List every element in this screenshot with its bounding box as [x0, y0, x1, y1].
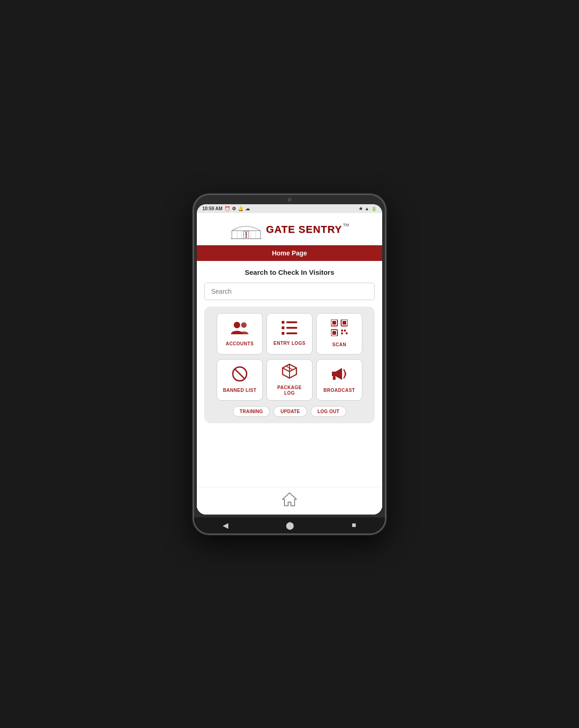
android-nav: ◀ ⬤ ■ [194, 517, 385, 533]
app-content: GATE SENTRY TM Home Page Search to Check… [197, 213, 382, 515]
broadcast-button[interactable]: BROADCAST [316, 359, 362, 401]
svg-rect-19 [286, 332, 297, 334]
svg-line-10 [246, 236, 247, 237]
main-content: Search to Check In Visitors [197, 261, 382, 487]
svg-rect-27 [344, 330, 346, 331]
home-nav-icon[interactable] [282, 492, 297, 510]
entry-logs-button[interactable]: ENTRY LOGS [266, 313, 313, 355]
alert-icon: 🔔 [238, 206, 243, 211]
menu-container: ACCOUNTS [204, 307, 375, 423]
home-button[interactable]: ⬤ [286, 521, 294, 530]
package-log-icon [282, 363, 297, 381]
logo-container: GATE SENTRY TM [230, 219, 349, 240]
svg-rect-16 [282, 326, 284, 329]
package-log-button[interactable]: PACKAGE LOG [266, 359, 313, 401]
scan-icon [331, 320, 348, 338]
search-container [204, 283, 375, 300]
bluetooth-icon: ★ [359, 206, 363, 211]
svg-rect-32 [332, 372, 336, 376]
banned-list-icon [232, 366, 248, 384]
search-input[interactable] [204, 283, 375, 300]
trademark-symbol: TM [343, 223, 349, 227]
wifi-icon: ▲ [365, 206, 369, 211]
bottom-nav [197, 487, 382, 515]
status-bar: 10:59 AM ⏰ ⚙ 🔔 ☁ ★ ▲ 🔋 [197, 204, 382, 213]
update-button[interactable]: UPDATE [273, 406, 307, 417]
package-log-label: PACKAGE LOG [278, 385, 302, 396]
svg-rect-25 [332, 331, 336, 335]
svg-rect-14 [282, 321, 284, 324]
entry-logs-label: ENTRY LOGS [273, 341, 305, 346]
svg-rect-33 [333, 376, 336, 380]
logo-text: GATE SENTRY TM [266, 224, 349, 236]
svg-rect-18 [282, 332, 284, 335]
training-button[interactable]: TRAINING [233, 406, 270, 417]
entry-logs-icon [282, 321, 297, 337]
accounts-icon [231, 320, 248, 337]
silent-button [193, 285, 194, 303]
device-frame: 10:59 AM ⏰ ⚙ 🔔 ☁ ★ ▲ 🔋 [193, 194, 386, 535]
status-right: ★ ▲ 🔋 [359, 206, 377, 211]
action-row: TRAINING UPDATE LOG OUT [209, 406, 370, 417]
svg-rect-26 [341, 330, 343, 331]
logout-button[interactable]: LOG OUT [311, 406, 347, 417]
app-header: GATE SENTRY TM [197, 213, 382, 245]
screen: 10:59 AM ⏰ ⚙ 🔔 ☁ ★ ▲ 🔋 [197, 204, 382, 515]
status-left: 10:59 AM ⏰ ⚙ 🔔 ☁ [202, 206, 250, 211]
svg-rect-21 [332, 321, 336, 325]
power-button [385, 250, 386, 273]
page-title: Home Page [272, 249, 307, 257]
page-banner: Home Page [197, 245, 382, 261]
banned-list-label: BANNED LIST [223, 388, 257, 393]
menu-row-2: BANNED LIST [209, 359, 370, 401]
broadcast-icon [331, 366, 348, 384]
broadcast-label: BROADCAST [324, 388, 355, 393]
scan-label: SCAN [332, 342, 346, 348]
menu-row-1: ACCOUNTS [209, 313, 370, 355]
accounts-label: ACCOUNTS [226, 341, 254, 347]
accounts-button[interactable]: ACCOUNTS [217, 313, 263, 355]
svg-rect-15 [286, 321, 297, 323]
svg-rect-23 [343, 321, 346, 325]
volume-down-button [193, 262, 194, 280]
banned-list-button[interactable]: BANNED LIST [217, 359, 263, 401]
volume-up-button [193, 241, 194, 255]
cloud-icon: ☁ [245, 206, 250, 211]
alarm-icon: ⏰ [225, 206, 230, 211]
battery-icon: 🔋 [371, 206, 377, 211]
svg-rect-28 [341, 332, 343, 334]
back-button[interactable]: ◀ [223, 521, 228, 530]
scan-button[interactable]: SCAN [316, 313, 362, 355]
svg-rect-17 [286, 327, 297, 329]
svg-line-31 [235, 369, 245, 379]
section-title: Search to Check In Visitors [204, 268, 375, 276]
svg-point-6 [245, 232, 247, 233]
svg-point-13 [241, 322, 247, 328]
svg-rect-29 [346, 332, 348, 334]
settings-icon: ⚙ [232, 206, 236, 211]
svg-point-12 [234, 322, 240, 328]
camera [288, 198, 291, 201]
logo-building-icon [230, 219, 262, 240]
recent-apps-button[interactable]: ■ [352, 521, 356, 529]
time-display: 10:59 AM [202, 206, 223, 211]
app-name: GATE SENTRY [266, 224, 342, 236]
